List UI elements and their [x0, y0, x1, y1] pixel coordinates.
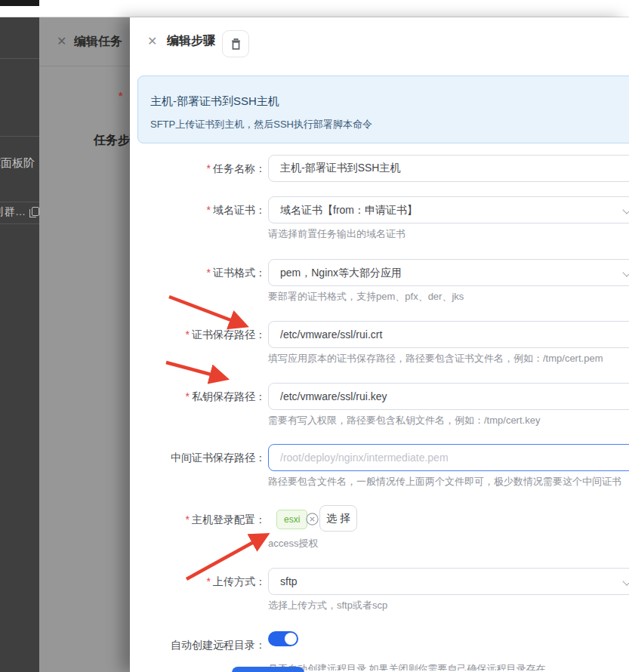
sidebar-divider	[0, 223, 39, 224]
required-mark: *	[207, 162, 211, 174]
edit-step-drawer: ✕ 编辑步骤 主机-部署证书到SSH主机 SFTP上传证书到主机，然后SSH执行…	[130, 17, 629, 672]
edit-task-title: 编辑任务	[74, 34, 122, 50]
intermediate-cert-path-input[interactable]	[268, 444, 629, 471]
task-steps-label: 任务步骤	[94, 133, 130, 149]
required-mark: *	[207, 267, 211, 279]
trash-icon	[230, 38, 242, 51]
field-label: *私钥保存路径：	[130, 383, 266, 410]
copy-icon[interactable]	[32, 207, 39, 216]
key-path-input[interactable]	[268, 383, 629, 410]
screen: 挥面板阶 刂群… ✕ 编辑任务 * 任务步骤 ✕ 编辑步骤 主机-部署证	[0, 0, 629, 672]
field-help: 路径要包含文件名，一般情况传上面两个文件即可，极少数情况需要这个中间证书	[268, 475, 621, 489]
choose-host-button[interactable]: 选 择	[319, 505, 357, 532]
cert-path-input[interactable]	[268, 321, 629, 348]
plugin-title: 主机-部署证书到SSH主机	[150, 94, 279, 109]
required-mark: *	[186, 513, 190, 526]
chevron-down-icon	[622, 577, 629, 585]
remove-tag-icon[interactable]	[306, 513, 319, 526]
field-help: 要部署的证书格式，支持pem、pfx、der、jks	[268, 290, 464, 304]
chevron-down-icon	[622, 205, 629, 214]
close-icon[interactable]: ✕	[147, 34, 157, 48]
field-label: *主机登录配置：	[130, 506, 266, 533]
sidebar-item-label: 刂群…	[0, 205, 26, 217]
field-label: 自动创建远程目录：	[130, 631, 266, 658]
field-help: 选择上传方式，sftp或者scp	[268, 599, 387, 612]
field-label: *任务名称：	[130, 155, 266, 182]
required-mark: *	[186, 328, 190, 341]
edit-task-header: ✕ 编辑任务	[39, 17, 130, 66]
domain-cert-select[interactable]: 域名证书【from：申请证书】	[268, 196, 629, 223]
delete-step-button[interactable]	[222, 30, 249, 57]
close-icon[interactable]: ✕	[57, 34, 66, 48]
page-top-bar	[0, 0, 629, 17]
toggle-knob	[285, 633, 297, 645]
field-label: *上传方式：	[130, 568, 266, 595]
field-help: 是否自动创建远程目录,如果关闭则你需要自己确保远程目录存在	[268, 662, 546, 670]
field-label: 中间证书保存路径：	[130, 444, 266, 471]
sidebar-item-panel-stage[interactable]: 挥面板阶	[0, 156, 35, 171]
field-label: *证书格式：	[130, 259, 266, 286]
required-mark: *	[186, 390, 190, 402]
required-mark: *	[119, 90, 122, 102]
submit-button[interactable]	[232, 667, 304, 672]
edit-task-drawer: ✕ 编辑任务 * 任务步骤	[39, 17, 130, 672]
sidebar-divider	[0, 202, 39, 202]
edit-step-title: 编辑步骤	[167, 33, 215, 49]
field-help: access授权	[268, 537, 318, 550]
sidebar-item-cluster[interactable]: 刂群…	[0, 205, 39, 219]
cert-format-select[interactable]: pem，Nginx等大部分应用	[268, 259, 629, 286]
task-name-input[interactable]	[268, 155, 629, 182]
chevron-down-icon	[622, 268, 629, 276]
plugin-info-alert: 主机-部署证书到SSH主机 SFTP上传证书到主机，然后SSH执行部署脚本命令	[137, 76, 629, 143]
field-label: *证书保存路径：	[130, 321, 266, 348]
sidebar-top-corner	[0, 0, 39, 6]
auto-mkdir-toggle[interactable]	[268, 631, 298, 646]
app-sidebar: 挥面板阶 刂群…	[0, 17, 39, 672]
field-label: *域名证书：	[130, 196, 266, 223]
required-mark: *	[207, 575, 211, 587]
sidebar-divider	[0, 58, 39, 59]
required-mark: *	[207, 204, 211, 216]
sidebar-divider	[0, 136, 39, 137]
field-help: 需要有写入权限，路径要包含私钥文件名，例如：/tmp/cert.key	[268, 414, 540, 427]
field-help: 请选择前置任务输出的域名证书	[268, 227, 405, 241]
plugin-description: SFTP上传证书到主机，然后SSH执行部署脚本命令	[150, 118, 372, 131]
upload-method-select[interactable]: sftp	[268, 568, 629, 595]
field-help: 填写应用原本的证书保存路径，路径要包含证书文件名，例如：/tmp/cert.pe…	[268, 352, 603, 365]
host-access-tag[interactable]: esxi	[276, 510, 307, 529]
